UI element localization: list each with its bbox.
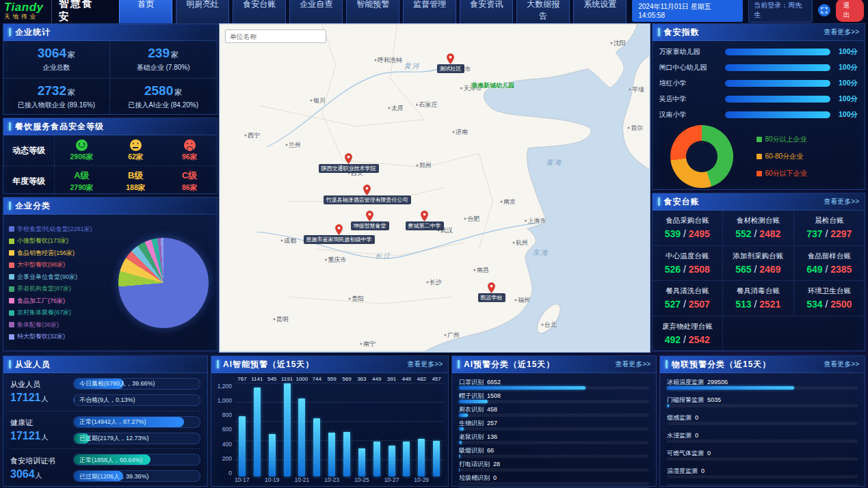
hbar-text-line: 老鼠识别136 bbox=[459, 433, 649, 440]
legend-item[interactable]: 特大型餐饮(32家) bbox=[9, 332, 113, 341]
bar-column: 1141 bbox=[250, 376, 265, 485]
done-count: 526 bbox=[665, 264, 681, 275]
legend-item[interactable]: 学校食堂/托幼食堂(2281家) bbox=[9, 225, 113, 234]
x-tick-label bbox=[257, 476, 258, 485]
legend-item[interactable]: 养老机构食堂(87家) bbox=[9, 284, 113, 293]
nav-item-0[interactable]: 首页 bbox=[119, 0, 172, 25]
x-axis: 0100,000200,000300,000400,000449,259 bbox=[667, 485, 858, 488]
legend-item[interactable]: 企事业单位食堂(90家) bbox=[9, 273, 113, 282]
current-user: 当前登录：周先生 bbox=[748, 0, 813, 23]
bar-area bbox=[354, 383, 369, 476]
legend-label: 食品销售经营(156家) bbox=[17, 249, 75, 258]
safety-level-row-1: 年度等级A级2790家B级188家C级86家 bbox=[3, 166, 217, 196]
city-dot bbox=[610, 42, 612, 44]
legend-item[interactable]: 60分以下企业 bbox=[757, 169, 807, 178]
ledger-cell[interactable]: 餐具清洗台账527 / 2507 bbox=[653, 281, 724, 316]
ledger-cell[interactable]: 食品留样台账649 / 2385 bbox=[794, 246, 865, 282]
pin-label: 陕西交通职业技术学院 bbox=[319, 164, 379, 173]
legend-item[interactable]: 食品销售经营(156家) bbox=[9, 249, 113, 258]
index-bar-track bbox=[725, 111, 831, 118]
nav-item-5[interactable]: 监督管理 bbox=[403, 0, 456, 25]
view-more-link[interactable]: 查看更多>> bbox=[824, 360, 859, 369]
stat-label: 基础企业 (7.80%) bbox=[137, 63, 190, 72]
map-search-input[interactable] bbox=[225, 29, 326, 43]
city-dot bbox=[285, 144, 287, 146]
count-separator: / bbox=[681, 264, 689, 275]
bar-value-label: 449 bbox=[402, 376, 411, 383]
map-city: 南宁 bbox=[360, 340, 376, 349]
done-count: 649 bbox=[806, 264, 822, 275]
hbar-row: 冰箱温度监测299506 bbox=[667, 378, 858, 390]
ledger-cell[interactable]: 废弃物处理台账492 / 2542 bbox=[653, 316, 724, 352]
nav-item-8[interactable]: 系统设置 bbox=[573, 0, 627, 25]
staff-summary: 从业人员17121人 bbox=[10, 379, 68, 404]
legend-swatch bbox=[9, 286, 14, 292]
panel-iot-category: 物联预警分类（近15天） 查看更多>> 冰箱温度监测299506门磁报警监测50… bbox=[659, 355, 865, 487]
x-tick-label bbox=[346, 476, 347, 485]
map-pin[interactable]: 樊城第二中学 bbox=[406, 211, 444, 230]
nav-item-6[interactable]: 食安资讯 bbox=[460, 0, 513, 25]
legend-swatch bbox=[9, 274, 14, 280]
staff-bar-text: 已过期(1206人，39.36%) bbox=[79, 472, 149, 480]
city-label: 重庆市 bbox=[328, 256, 347, 265]
hbar-row: 口罩识别6652 bbox=[459, 378, 649, 390]
stat-unit: 家 bbox=[68, 88, 75, 96]
index-score: 100分 bbox=[834, 47, 858, 57]
index-bar-fill bbox=[725, 80, 831, 87]
ledger-cell[interactable]: 餐具消毒台账513 / 2521 bbox=[723, 281, 794, 316]
ledger-values: 534 / 2500 bbox=[806, 299, 852, 310]
ledger-cell[interactable]: 食品采购台账539 / 2495 bbox=[653, 211, 724, 246]
donut-legend: 80分以上企业60-80分企业60分以下企业 bbox=[757, 135, 807, 178]
legend-swatch bbox=[9, 239, 14, 244]
legend-item[interactable]: 食品加工厂(76家) bbox=[9, 297, 113, 306]
map-pin[interactable]: 陕西交通职业技术学院 bbox=[319, 153, 379, 173]
ledger-cell[interactable]: 食材检测台账552 / 2482 bbox=[723, 211, 794, 246]
map-canvas[interactable]: 沈阳平壤首尔呼和浩特北京市天津市石家庄太原济南银川西宁兰州郑州西安南京合肥上海市… bbox=[220, 24, 650, 352]
logo-subtext: 天地伟业 bbox=[4, 14, 46, 20]
view-more-link[interactable]: 查看更多>> bbox=[407, 360, 443, 369]
nav-item-1[interactable]: 明厨亮灶 bbox=[176, 0, 229, 25]
legend-swatch bbox=[757, 171, 762, 176]
stat-cell-2: 2732家已接入物联企业 (89.16%) bbox=[3, 79, 110, 116]
ledger-cell[interactable]: 环境卫生台账534 / 2500 bbox=[794, 281, 865, 316]
nav-item-4[interactable]: 智能预警 bbox=[346, 0, 399, 25]
view-more-link[interactable]: 查看更多>> bbox=[824, 197, 859, 206]
map-pin[interactable]: 凯运学校 bbox=[478, 282, 505, 302]
legend-item[interactable]: 集体配餐(36家) bbox=[9, 321, 113, 329]
bar-area bbox=[384, 383, 399, 476]
hbar-label: 温湿度监测 bbox=[667, 467, 698, 474]
x-tick-label: 10-23 bbox=[324, 476, 339, 485]
legend-item[interactable]: 80分以上企业 bbox=[757, 135, 807, 144]
nav-item-7[interactable]: 大数据报告 bbox=[516, 0, 570, 25]
view-more-link[interactable]: 查看更多>> bbox=[615, 360, 650, 369]
ledger-cell[interactable]: 添加剂采购台账565 / 2469 bbox=[723, 246, 794, 282]
map-pin[interactable]: 竹溪县福泽酒店管理有限责任公司 bbox=[324, 185, 411, 204]
ledger-cell[interactable]: 晨检台账737 / 2297 bbox=[794, 211, 865, 246]
ledger-cell[interactable]: 中心温度台账526 / 2508 bbox=[653, 246, 724, 282]
nav-item-3[interactable]: 企业自查 bbox=[289, 0, 343, 25]
nav-item-2[interactable]: 食安台账 bbox=[233, 0, 286, 25]
staff-value: 17121人 bbox=[10, 392, 68, 404]
legend-item[interactable]: 农村集体聚餐(67家) bbox=[9, 308, 113, 317]
header-accent bbox=[666, 360, 668, 368]
hbar-row: 门磁报警监测5035 bbox=[667, 396, 858, 407]
staff-label: 从业人员 bbox=[10, 379, 68, 390]
view-more-link[interactable]: 查看更多>> bbox=[824, 27, 859, 37]
bar-area bbox=[280, 383, 295, 476]
index-row: 闸口中心幼儿园100分 bbox=[659, 63, 858, 72]
china-map bbox=[220, 24, 650, 351]
panel-header: 食安指数 查看更多>> bbox=[653, 24, 865, 41]
stat-value: 239家 bbox=[148, 46, 179, 61]
map-pin[interactable]: 测试社区 bbox=[437, 53, 464, 73]
legend-item[interactable]: 小微型餐饮(173家) bbox=[9, 236, 113, 245]
x-tick-label: 10-29 bbox=[414, 476, 429, 485]
done-count: 565 bbox=[735, 264, 751, 275]
legend-item[interactable]: 大中型餐饮(98家) bbox=[9, 260, 113, 269]
logout-button[interactable]: 退出 bbox=[836, 0, 864, 22]
fullscreen-button[interactable] bbox=[818, 4, 830, 16]
x-tick-label bbox=[376, 476, 377, 485]
staff-bars: 正常(14942人，87.27%)已过期(2179人，12.73%) bbox=[73, 416, 200, 444]
legend-item[interactable]: 60-80分企业 bbox=[757, 152, 807, 161]
map-pin[interactable]: 恩施市崔家坝民族初级中学 bbox=[304, 224, 375, 244]
bar bbox=[389, 446, 395, 476]
